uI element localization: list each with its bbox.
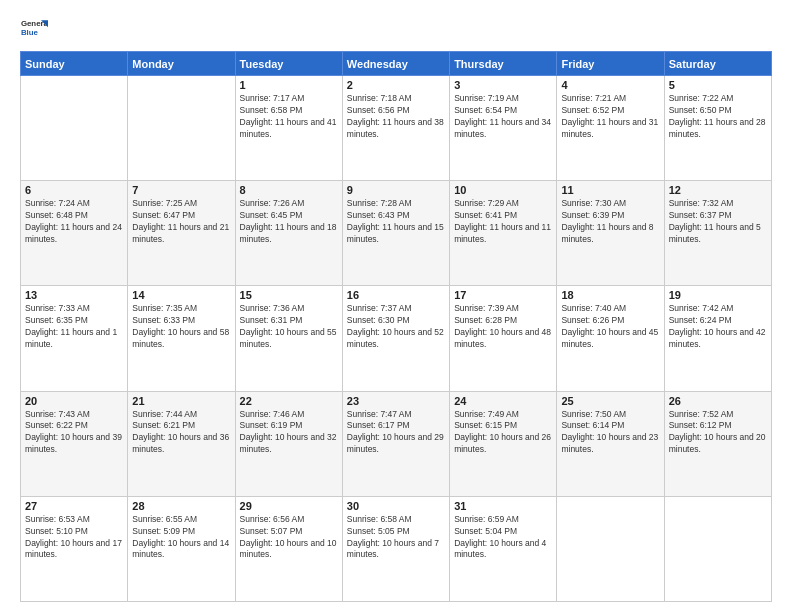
calendar-cell: 6Sunrise: 7:24 AM Sunset: 6:48 PM Daylig… [21, 181, 128, 286]
day-number: 6 [25, 184, 123, 196]
calendar-cell: 20Sunrise: 7:43 AM Sunset: 6:22 PM Dayli… [21, 391, 128, 496]
calendar-cell: 28Sunrise: 6:55 AM Sunset: 5:09 PM Dayli… [128, 496, 235, 601]
weekday-header-friday: Friday [557, 52, 664, 76]
day-info: Sunrise: 6:53 AM Sunset: 5:10 PM Dayligh… [25, 514, 123, 562]
day-number: 15 [240, 289, 338, 301]
calendar-cell: 4Sunrise: 7:21 AM Sunset: 6:52 PM Daylig… [557, 76, 664, 181]
calendar-page: General Blue SundayMondayTuesdayWednesda… [0, 0, 792, 612]
header: General Blue [20, 15, 772, 43]
week-row-4: 20Sunrise: 7:43 AM Sunset: 6:22 PM Dayli… [21, 391, 772, 496]
week-row-2: 6Sunrise: 7:24 AM Sunset: 6:48 PM Daylig… [21, 181, 772, 286]
day-number: 30 [347, 500, 445, 512]
calendar-cell: 10Sunrise: 7:29 AM Sunset: 6:41 PM Dayli… [450, 181, 557, 286]
calendar-cell: 30Sunrise: 6:58 AM Sunset: 5:05 PM Dayli… [342, 496, 449, 601]
day-number: 31 [454, 500, 552, 512]
day-info: Sunrise: 7:36 AM Sunset: 6:31 PM Dayligh… [240, 303, 338, 351]
day-number: 16 [347, 289, 445, 301]
day-number: 19 [669, 289, 767, 301]
calendar-cell: 14Sunrise: 7:35 AM Sunset: 6:33 PM Dayli… [128, 286, 235, 391]
day-info: Sunrise: 7:33 AM Sunset: 6:35 PM Dayligh… [25, 303, 123, 351]
day-number: 24 [454, 395, 552, 407]
day-info: Sunrise: 7:19 AM Sunset: 6:54 PM Dayligh… [454, 93, 552, 141]
day-number: 7 [132, 184, 230, 196]
calendar-cell: 29Sunrise: 6:56 AM Sunset: 5:07 PM Dayli… [235, 496, 342, 601]
day-info: Sunrise: 7:18 AM Sunset: 6:56 PM Dayligh… [347, 93, 445, 141]
day-number: 27 [25, 500, 123, 512]
logo: General Blue [20, 15, 48, 43]
day-info: Sunrise: 7:50 AM Sunset: 6:14 PM Dayligh… [561, 409, 659, 457]
day-info: Sunrise: 7:25 AM Sunset: 6:47 PM Dayligh… [132, 198, 230, 246]
week-row-3: 13Sunrise: 7:33 AM Sunset: 6:35 PM Dayli… [21, 286, 772, 391]
day-info: Sunrise: 7:22 AM Sunset: 6:50 PM Dayligh… [669, 93, 767, 141]
day-info: Sunrise: 7:32 AM Sunset: 6:37 PM Dayligh… [669, 198, 767, 246]
weekday-header-sunday: Sunday [21, 52, 128, 76]
weekday-header-monday: Monday [128, 52, 235, 76]
week-row-5: 27Sunrise: 6:53 AM Sunset: 5:10 PM Dayli… [21, 496, 772, 601]
calendar-cell: 31Sunrise: 6:59 AM Sunset: 5:04 PM Dayli… [450, 496, 557, 601]
calendar-cell: 7Sunrise: 7:25 AM Sunset: 6:47 PM Daylig… [128, 181, 235, 286]
calendar-cell: 8Sunrise: 7:26 AM Sunset: 6:45 PM Daylig… [235, 181, 342, 286]
day-info: Sunrise: 6:55 AM Sunset: 5:09 PM Dayligh… [132, 514, 230, 562]
weekday-header-tuesday: Tuesday [235, 52, 342, 76]
day-number: 29 [240, 500, 338, 512]
day-number: 4 [561, 79, 659, 91]
calendar-cell: 11Sunrise: 7:30 AM Sunset: 6:39 PM Dayli… [557, 181, 664, 286]
day-number: 11 [561, 184, 659, 196]
day-info: Sunrise: 7:49 AM Sunset: 6:15 PM Dayligh… [454, 409, 552, 457]
day-number: 20 [25, 395, 123, 407]
calendar-cell: 16Sunrise: 7:37 AM Sunset: 6:30 PM Dayli… [342, 286, 449, 391]
day-number: 17 [454, 289, 552, 301]
day-number: 12 [669, 184, 767, 196]
day-info: Sunrise: 7:42 AM Sunset: 6:24 PM Dayligh… [669, 303, 767, 351]
logo-icon: General Blue [20, 15, 48, 43]
day-number: 23 [347, 395, 445, 407]
calendar-cell: 1Sunrise: 7:17 AM Sunset: 6:58 PM Daylig… [235, 76, 342, 181]
calendar-table: SundayMondayTuesdayWednesdayThursdayFrid… [20, 51, 772, 602]
day-number: 9 [347, 184, 445, 196]
weekday-header-wednesday: Wednesday [342, 52, 449, 76]
day-info: Sunrise: 7:35 AM Sunset: 6:33 PM Dayligh… [132, 303, 230, 351]
day-number: 3 [454, 79, 552, 91]
calendar-cell: 25Sunrise: 7:50 AM Sunset: 6:14 PM Dayli… [557, 391, 664, 496]
day-info: Sunrise: 7:28 AM Sunset: 6:43 PM Dayligh… [347, 198, 445, 246]
calendar-cell: 22Sunrise: 7:46 AM Sunset: 6:19 PM Dayli… [235, 391, 342, 496]
day-info: Sunrise: 7:46 AM Sunset: 6:19 PM Dayligh… [240, 409, 338, 457]
calendar-cell: 23Sunrise: 7:47 AM Sunset: 6:17 PM Dayli… [342, 391, 449, 496]
calendar-cell: 18Sunrise: 7:40 AM Sunset: 6:26 PM Dayli… [557, 286, 664, 391]
weekday-header-thursday: Thursday [450, 52, 557, 76]
day-number: 1 [240, 79, 338, 91]
day-info: Sunrise: 6:56 AM Sunset: 5:07 PM Dayligh… [240, 514, 338, 562]
day-number: 2 [347, 79, 445, 91]
day-info: Sunrise: 7:52 AM Sunset: 6:12 PM Dayligh… [669, 409, 767, 457]
day-info: Sunrise: 7:39 AM Sunset: 6:28 PM Dayligh… [454, 303, 552, 351]
calendar-cell: 24Sunrise: 7:49 AM Sunset: 6:15 PM Dayli… [450, 391, 557, 496]
day-info: Sunrise: 6:58 AM Sunset: 5:05 PM Dayligh… [347, 514, 445, 562]
calendar-cell: 3Sunrise: 7:19 AM Sunset: 6:54 PM Daylig… [450, 76, 557, 181]
day-number: 28 [132, 500, 230, 512]
day-number: 10 [454, 184, 552, 196]
calendar-cell: 12Sunrise: 7:32 AM Sunset: 6:37 PM Dayli… [664, 181, 771, 286]
day-info: Sunrise: 7:44 AM Sunset: 6:21 PM Dayligh… [132, 409, 230, 457]
calendar-cell [664, 496, 771, 601]
calendar-cell: 9Sunrise: 7:28 AM Sunset: 6:43 PM Daylig… [342, 181, 449, 286]
calendar-cell: 17Sunrise: 7:39 AM Sunset: 6:28 PM Dayli… [450, 286, 557, 391]
day-info: Sunrise: 7:29 AM Sunset: 6:41 PM Dayligh… [454, 198, 552, 246]
day-number: 21 [132, 395, 230, 407]
day-info: Sunrise: 7:24 AM Sunset: 6:48 PM Dayligh… [25, 198, 123, 246]
calendar-cell [21, 76, 128, 181]
calendar-cell [128, 76, 235, 181]
calendar-cell: 2Sunrise: 7:18 AM Sunset: 6:56 PM Daylig… [342, 76, 449, 181]
day-number: 25 [561, 395, 659, 407]
day-number: 14 [132, 289, 230, 301]
day-info: Sunrise: 7:43 AM Sunset: 6:22 PM Dayligh… [25, 409, 123, 457]
calendar-cell: 15Sunrise: 7:36 AM Sunset: 6:31 PM Dayli… [235, 286, 342, 391]
day-number: 26 [669, 395, 767, 407]
day-info: Sunrise: 7:17 AM Sunset: 6:58 PM Dayligh… [240, 93, 338, 141]
week-row-1: 1Sunrise: 7:17 AM Sunset: 6:58 PM Daylig… [21, 76, 772, 181]
day-number: 22 [240, 395, 338, 407]
weekday-header-row: SundayMondayTuesdayWednesdayThursdayFrid… [21, 52, 772, 76]
calendar-cell: 5Sunrise: 7:22 AM Sunset: 6:50 PM Daylig… [664, 76, 771, 181]
svg-text:Blue: Blue [21, 28, 39, 37]
day-info: Sunrise: 7:47 AM Sunset: 6:17 PM Dayligh… [347, 409, 445, 457]
calendar-cell: 26Sunrise: 7:52 AM Sunset: 6:12 PM Dayli… [664, 391, 771, 496]
